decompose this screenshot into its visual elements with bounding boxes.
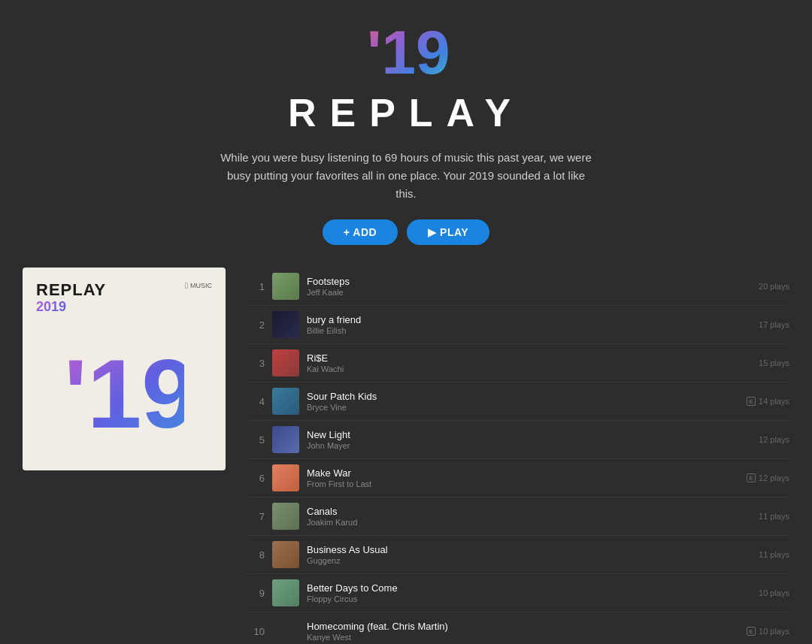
track-info: Better Days to ComeFloppy Circus bbox=[307, 582, 751, 603]
track-name: Sour Patch Kids bbox=[307, 391, 739, 402]
track-info: Homecoming (feat. Chris Martin)Kanye Wes… bbox=[307, 621, 739, 642]
track-number: 10 bbox=[248, 626, 265, 637]
plays-count: 11 plays bbox=[759, 512, 789, 521]
track-name: Business As Usual bbox=[307, 544, 751, 555]
track-info: CanalsJoakim Karud bbox=[307, 506, 751, 527]
track-thumbnail bbox=[272, 464, 299, 491]
track-plays: 17 plays bbox=[759, 320, 789, 329]
track-item[interactable]: 3Ri$EKai Wachi15 plays bbox=[248, 344, 789, 382]
track-name: New Light bbox=[307, 429, 751, 440]
track-item[interactable]: 1FootstepsJeff Kaale20 plays bbox=[248, 268, 789, 306]
plays-count: 12 plays bbox=[759, 473, 789, 482]
track-thumbnail bbox=[272, 541, 299, 568]
svg-text:'19: '19 bbox=[367, 18, 450, 83]
track-plays: 11 plays bbox=[759, 550, 789, 559]
track-number: 3 bbox=[248, 358, 265, 369]
track-item[interactable]: 6Make WarFrom First to LastE12 plays bbox=[248, 459, 789, 497]
plays-count: 17 plays bbox=[759, 320, 789, 329]
track-thumbnail bbox=[272, 503, 299, 530]
replay-title: REPLAY bbox=[0, 90, 812, 135]
track-number: 9 bbox=[248, 588, 265, 599]
plays-count: 15 plays bbox=[759, 358, 789, 367]
track-artist: John Mayer bbox=[307, 441, 751, 450]
subtitle-text: While you were busy listening to 69 hour… bbox=[218, 149, 594, 203]
track-artist: Bryce Vine bbox=[307, 403, 739, 412]
play-button[interactable]: ▶ PLAY bbox=[407, 219, 489, 245]
track-item[interactable]: 10Homecoming (feat. Chris Martin)Kanye W… bbox=[248, 612, 789, 644]
album-year: 2019 bbox=[36, 299, 106, 315]
track-name: Better Days to Come bbox=[307, 582, 751, 594]
header-section: '19 REPLAY While you were busy listening… bbox=[0, 0, 812, 245]
track-thumbnail bbox=[272, 426, 299, 453]
track-name: Make War bbox=[307, 467, 739, 479]
track-number: 5 bbox=[248, 434, 265, 446]
track-plays: E12 plays bbox=[747, 473, 789, 482]
track-thumbnail bbox=[272, 273, 299, 300]
track-artist: Guggenz bbox=[307, 556, 751, 565]
track-plays: 11 plays bbox=[759, 512, 789, 521]
track-thumbnail bbox=[272, 579, 299, 606]
track-item[interactable]: 4Sour Patch KidsBryce VineE14 plays bbox=[248, 382, 789, 421]
track-thumbnail bbox=[272, 349, 299, 376]
main-content: REPLAY 2019  MUSIC '19 1FootstepsJeff K… bbox=[0, 268, 812, 644]
album-title: REPLAY bbox=[36, 281, 106, 299]
track-plays: 15 plays bbox=[759, 358, 789, 367]
track-number: 1 bbox=[248, 281, 265, 292]
album-logo-19-icon: '19 bbox=[64, 319, 184, 439]
track-number: 4 bbox=[248, 396, 265, 407]
track-info: Ri$EKai Wachi bbox=[307, 352, 751, 373]
explicit-icon: E bbox=[747, 627, 756, 636]
apple-music-badge:  MUSIC bbox=[185, 281, 212, 290]
track-artist: Kanye West bbox=[307, 633, 739, 642]
track-artist: Billie Eilish bbox=[307, 326, 751, 335]
track-thumbnail bbox=[272, 618, 299, 644]
album-cover: REPLAY 2019  MUSIC '19 bbox=[23, 268, 226, 470]
track-name: bury a friend bbox=[307, 314, 751, 325]
track-info: Sour Patch KidsBryce Vine bbox=[307, 391, 739, 412]
track-item[interactable]: 8Business As UsualGuggenz11 plays bbox=[248, 536, 789, 574]
track-thumbnail bbox=[272, 311, 299, 338]
track-artist: Joakim Karud bbox=[307, 518, 751, 527]
track-thumbnail bbox=[272, 388, 299, 415]
action-buttons: + ADD ▶ PLAY bbox=[0, 219, 812, 245]
track-info: New LightJohn Mayer bbox=[307, 429, 751, 450]
track-name: Homecoming (feat. Chris Martin) bbox=[307, 621, 739, 632]
track-plays: E14 plays bbox=[747, 397, 789, 406]
track-number: 2 bbox=[248, 319, 265, 331]
apple-logo-icon:  bbox=[185, 281, 188, 290]
track-number: 6 bbox=[248, 473, 265, 484]
track-item[interactable]: 9Better Days to ComeFloppy Circus10 play… bbox=[248, 574, 789, 612]
track-name: Canals bbox=[307, 506, 751, 517]
track-item[interactable]: 5New LightJohn Mayer12 plays bbox=[248, 421, 789, 459]
track-artist: From First to Last bbox=[307, 479, 739, 488]
track-plays: 12 plays bbox=[759, 435, 789, 444]
track-name: Footsteps bbox=[307, 276, 751, 287]
track-artist: Floppy Circus bbox=[307, 594, 751, 603]
svg-text:'19: '19 bbox=[64, 339, 184, 439]
track-number: 8 bbox=[248, 549, 265, 561]
track-number: 7 bbox=[248, 511, 265, 522]
plays-count: 10 plays bbox=[759, 627, 789, 636]
track-item[interactable]: 2bury a friendBillie Eilish17 plays bbox=[248, 306, 789, 344]
track-info: bury a friendBillie Eilish bbox=[307, 314, 751, 335]
track-list: 1FootstepsJeff Kaale20 plays2bury a frie… bbox=[248, 268, 789, 644]
explicit-icon: E bbox=[747, 473, 756, 482]
track-plays: E10 plays bbox=[747, 627, 789, 636]
track-name: Ri$E bbox=[307, 352, 751, 364]
logo-19-icon: '19 bbox=[361, 15, 451, 83]
track-plays: 10 plays bbox=[759, 588, 789, 597]
track-info: FootstepsJeff Kaale bbox=[307, 276, 751, 297]
track-info: Business As UsualGuggenz bbox=[307, 544, 751, 565]
track-item[interactable]: 7CanalsJoakim Karud11 plays bbox=[248, 497, 789, 536]
add-button[interactable]: + ADD bbox=[323, 219, 398, 245]
plays-count: 10 plays bbox=[759, 588, 789, 597]
track-artist: Jeff Kaale bbox=[307, 288, 751, 297]
explicit-icon: E bbox=[747, 397, 756, 406]
track-info: Make WarFrom First to Last bbox=[307, 467, 739, 488]
plays-count: 12 plays bbox=[759, 435, 789, 444]
track-artist: Kai Wachi bbox=[307, 364, 751, 373]
plays-count: 20 plays bbox=[759, 282, 789, 291]
track-plays: 20 plays bbox=[759, 282, 789, 291]
plays-count: 11 plays bbox=[759, 550, 789, 559]
plays-count: 14 plays bbox=[759, 397, 789, 406]
